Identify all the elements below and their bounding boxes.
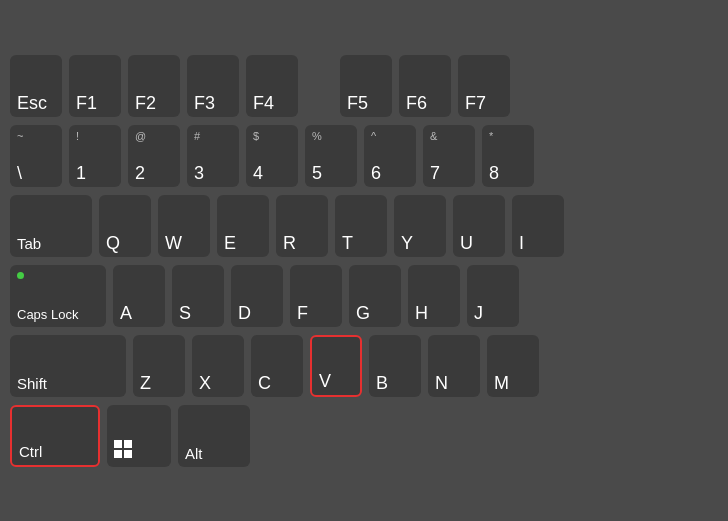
key-label: M [494,374,509,392]
keyboard-row-numbers: ~ \ ! 1 @ 2 # 3 $ 4 % 5 ^ 6 & 7 [10,125,718,187]
key-3[interactable]: # 3 [187,125,239,187]
key-label: Y [401,234,413,252]
key-x[interactable]: X [192,335,244,397]
key-z[interactable]: Z [133,335,185,397]
key-secondary: * [489,130,493,142]
key-f[interactable]: F [290,265,342,327]
key-alt[interactable]: Alt [178,405,250,467]
key-label: I [519,234,524,252]
key-label: 2 [135,164,145,182]
key-f7[interactable]: F7 [458,55,510,117]
key-label: A [120,304,132,322]
key-label: F [297,304,308,322]
keyboard-row-zxcv: Shift Z X C V B N M [10,335,718,397]
key-t[interactable]: T [335,195,387,257]
key-label: X [199,374,211,392]
key-1[interactable]: ! 1 [69,125,121,187]
key-5[interactable]: % 5 [305,125,357,187]
key-label: Z [140,374,151,392]
key-c[interactable]: C [251,335,303,397]
key-ctrl[interactable]: Ctrl [10,405,100,467]
key-r[interactable]: R [276,195,328,257]
keyboard: Esc F1 F2 F3 F4 F5 F6 F7 ~ \ ! [0,0,728,521]
key-capslock[interactable]: Caps Lock [10,265,106,327]
key-label: E [224,234,236,252]
capslock-indicator [17,272,24,279]
key-secondary: % [312,130,322,142]
key-label: F1 [76,94,97,112]
key-label: V [319,372,331,390]
key-label: 1 [76,164,86,182]
key-label: F4 [253,94,274,112]
key-label: 5 [312,164,322,182]
key-2[interactable]: @ 2 [128,125,180,187]
key-d[interactable]: D [231,265,283,327]
key-h[interactable]: H [408,265,460,327]
key-label: Caps Lock [17,307,78,322]
key-label: D [238,304,251,322]
key-secondary: ^ [371,130,376,142]
key-label: \ [17,164,22,182]
key-label: F2 [135,94,156,112]
key-label: 4 [253,164,263,182]
key-label: T [342,234,353,252]
key-label: F7 [465,94,486,112]
key-label: Q [106,234,120,252]
key-secondary: ! [76,130,79,142]
key-f3[interactable]: F3 [187,55,239,117]
key-label: G [356,304,370,322]
key-label: U [460,234,473,252]
key-secondary: @ [135,130,146,142]
windows-icon [114,440,132,458]
key-j[interactable]: J [467,265,519,327]
key-v[interactable]: V [310,335,362,397]
key-s[interactable]: S [172,265,224,327]
key-b[interactable]: B [369,335,421,397]
key-win[interactable] [107,405,171,467]
key-g[interactable]: G [349,265,401,327]
key-secondary: # [194,130,200,142]
key-label: C [258,374,271,392]
key-secondary: & [430,130,437,142]
key-label: S [179,304,191,322]
key-secondary: ~ [17,130,23,142]
key-q[interactable]: Q [99,195,151,257]
key-y[interactable]: Y [394,195,446,257]
key-f1[interactable]: F1 [69,55,121,117]
key-label: W [165,234,182,252]
key-f5[interactable]: F5 [340,55,392,117]
keyboard-row-asdf: Caps Lock A S D F G H J [10,265,718,327]
key-m[interactable]: M [487,335,539,397]
key-7[interactable]: & 7 [423,125,475,187]
key-secondary: $ [253,130,259,142]
key-tab[interactable]: Tab [10,195,92,257]
key-tilde[interactable]: ~ \ [10,125,62,187]
keyboard-row-qwerty: Tab Q W E R T Y U I [10,195,718,257]
key-label: J [474,304,483,322]
key-label: 8 [489,164,499,182]
key-4[interactable]: $ 4 [246,125,298,187]
key-label: H [415,304,428,322]
keyboard-row-function: Esc F1 F2 F3 F4 F5 F6 F7 [10,55,718,117]
key-u[interactable]: U [453,195,505,257]
key-6[interactable]: ^ 6 [364,125,416,187]
key-i[interactable]: I [512,195,564,257]
key-a[interactable]: A [113,265,165,327]
key-label: F3 [194,94,215,112]
key-label: F5 [347,94,368,112]
key-shift[interactable]: Shift [10,335,126,397]
key-f2[interactable]: F2 [128,55,180,117]
key-w[interactable]: W [158,195,210,257]
key-label: Esc [17,94,47,112]
key-esc[interactable]: Esc [10,55,62,117]
key-label: Tab [17,235,41,252]
key-8[interactable]: * 8 [482,125,534,187]
key-label: B [376,374,388,392]
key-n[interactable]: N [428,335,480,397]
key-f4[interactable]: F4 [246,55,298,117]
key-f6[interactable]: F6 [399,55,451,117]
key-label: 7 [430,164,440,182]
key-label: 3 [194,164,204,182]
key-e[interactable]: E [217,195,269,257]
key-label: Ctrl [19,443,42,460]
